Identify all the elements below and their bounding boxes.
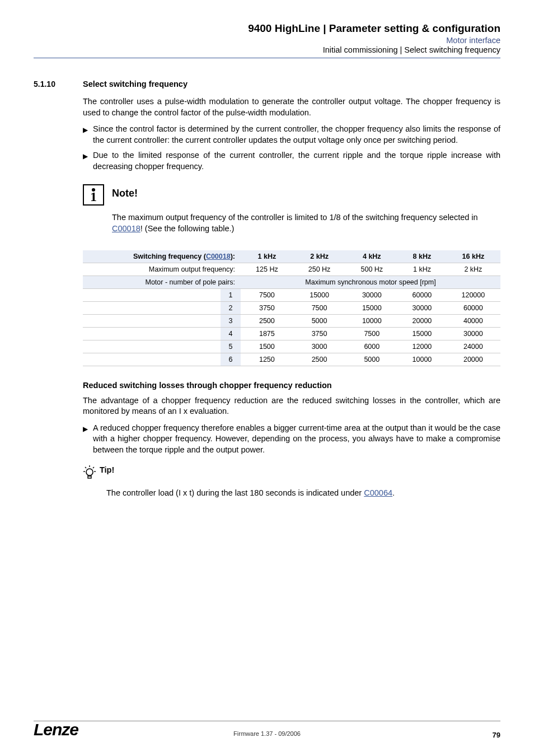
cell-pp: 3 — [221, 314, 241, 327]
cell-pp: 6 — [221, 353, 241, 366]
bullet-icon: ▶ — [83, 124, 93, 146]
table-header-label: Switching frequency (C00018): — [83, 250, 241, 263]
cell: 24000 — [446, 340, 500, 353]
table-row: 41875375075001500030000 — [83, 327, 500, 340]
table-row: 61250250050001000020000 — [83, 353, 500, 366]
doc-title-text: 9400 HighLine | Parameter setting & conf… — [248, 22, 500, 34]
page-number: 79 — [493, 731, 500, 739]
page-header: 9400 HighLine | Parameter setting & conf… — [34, 22, 500, 58]
tip-text-post: . — [392, 488, 395, 497]
cell: 3750 — [293, 327, 346, 340]
list-item: ▶ Since the control factor is determined… — [83, 124, 500, 146]
hdr-pre: Switching frequency ( — [133, 253, 206, 260]
cell: 5000 — [345, 353, 398, 366]
doc-subtitle-1: Motor interface — [34, 36, 500, 45]
row-label: Maximum output frequency: — [83, 263, 241, 276]
tip-link[interactable]: C00064 — [364, 488, 392, 497]
cell: 2500 — [241, 314, 293, 327]
frequency-table: Switching frequency (C00018): 1 kHz 2 kH… — [83, 250, 500, 366]
cell: 40000 — [446, 314, 500, 327]
cell: 20000 — [446, 353, 500, 366]
lightbulb-icon — [83, 465, 97, 484]
table-row: 17500150003000060000120000 — [83, 288, 500, 301]
svg-line-1 — [85, 467, 86, 468]
cell: 2 kHz — [446, 263, 500, 276]
cell: 1250 — [241, 353, 293, 366]
note-text-post: ! (See the following table.) — [140, 224, 235, 233]
bullet-text: Due to the limited response of the curre… — [93, 150, 500, 172]
section-heading: 5.1.10 Select switching frequency — [34, 80, 500, 88]
col-header: 8 kHz — [398, 250, 446, 263]
row-label: Motor - number of pole pairs: — [83, 276, 241, 288]
info-icon: 1 — [83, 184, 104, 206]
tip-body: The controller load (I x t) during the l… — [106, 488, 500, 497]
row-span-label: Maximum synchronous motor speed [rpm] — [241, 276, 500, 288]
page-footer: Lenze Firmware 1.37 - 09/2006 79 — [34, 720, 500, 739]
cell: 30000 — [446, 327, 500, 340]
brand-logo: Lenze — [34, 720, 78, 739]
note-block: 1 Note! — [83, 184, 500, 206]
cell: 2500 — [293, 353, 346, 366]
cell: 15000 — [345, 301, 398, 314]
svg-point-5 — [86, 469, 93, 475]
paragraph-intro: The controller uses a pulse-width modula… — [83, 96, 500, 118]
cell: 12000 — [398, 340, 446, 353]
note-text-pre: The maximum output frequency of the cont… — [112, 213, 478, 222]
cell: 7500 — [293, 301, 346, 314]
doc-title: 9400 HighLine | Parameter setting & conf… — [34, 22, 500, 35]
bullet-text: Since the control factor is determined b… — [93, 124, 500, 146]
cell: 120000 — [446, 288, 500, 301]
cell: 20000 — [398, 314, 446, 327]
bullet-text: A reduced chopper frequency therefore en… — [93, 423, 500, 456]
note-link[interactable]: C00018 — [112, 224, 140, 233]
hdr-post: ): — [231, 253, 235, 260]
cell: 1500 — [241, 340, 293, 353]
cell: 60000 — [398, 288, 446, 301]
cell: 15000 — [398, 327, 446, 340]
table-row: Maximum output frequency: 125 Hz 250 Hz … — [83, 263, 500, 276]
header-divider — [34, 58, 500, 58]
doc-subtitle-2: Initial commissioning | Select switching… — [34, 45, 500, 54]
cell: 30000 — [345, 288, 398, 301]
tip-block: Tip! — [83, 465, 500, 484]
table-header-row: Switching frequency (C00018): 1 kHz 2 kH… — [83, 250, 500, 263]
cell: 7500 — [345, 327, 398, 340]
cell: 125 Hz — [241, 263, 293, 276]
paragraph-2: The advantage of a chopper frequency red… — [83, 395, 500, 417]
col-header: 16 kHz — [446, 250, 500, 263]
table-row: 325005000100002000040000 — [83, 314, 500, 327]
list-item: ▶ A reduced chopper frequency therefore … — [83, 423, 500, 456]
list-item: ▶ Due to the limited response of the cur… — [83, 150, 500, 172]
col-header: 1 kHz — [241, 250, 293, 263]
section-number: 5.1.10 — [34, 80, 83, 88]
cell: 10000 — [345, 314, 398, 327]
cell: 250 Hz — [293, 263, 346, 276]
note-title: Note! — [112, 188, 138, 199]
table-row: 237507500150003000060000 — [83, 301, 500, 314]
subsection-heading: Reduced switching losses through chopper… — [83, 381, 500, 390]
section-title: Select switching frequency — [83, 80, 188, 88]
cell-pp: 1 — [221, 288, 241, 301]
tip-title: Tip! — [100, 465, 114, 474]
cell: 6000 — [345, 340, 398, 353]
bullet-list-1: ▶ Since the control factor is determined… — [83, 124, 500, 172]
cell-pp: 4 — [221, 327, 241, 340]
cell: 1875 — [241, 327, 293, 340]
cell: 3750 — [241, 301, 293, 314]
svg-line-2 — [93, 467, 94, 468]
table-subheader-row: Motor - number of pole pairs: Maximum sy… — [83, 276, 500, 288]
bullet-icon: ▶ — [83, 423, 93, 456]
bullet-icon: ▶ — [83, 150, 93, 172]
bullet-list-2: ▶ A reduced chopper frequency therefore … — [83, 423, 500, 456]
footer-center-text: Firmware 1.37 - 09/2006 — [233, 730, 301, 737]
cell: 5000 — [293, 314, 346, 327]
cell: 15000 — [293, 288, 346, 301]
note-body: The maximum output frequency of the cont… — [112, 212, 500, 234]
cell: 7500 — [241, 288, 293, 301]
hdr-link[interactable]: C00018 — [206, 253, 231, 260]
table-row: 51500300060001200024000 — [83, 340, 500, 353]
cell: 500 Hz — [345, 263, 398, 276]
cell: 30000 — [398, 301, 446, 314]
col-header: 2 kHz — [293, 250, 346, 263]
cell-pp: 2 — [221, 301, 241, 314]
